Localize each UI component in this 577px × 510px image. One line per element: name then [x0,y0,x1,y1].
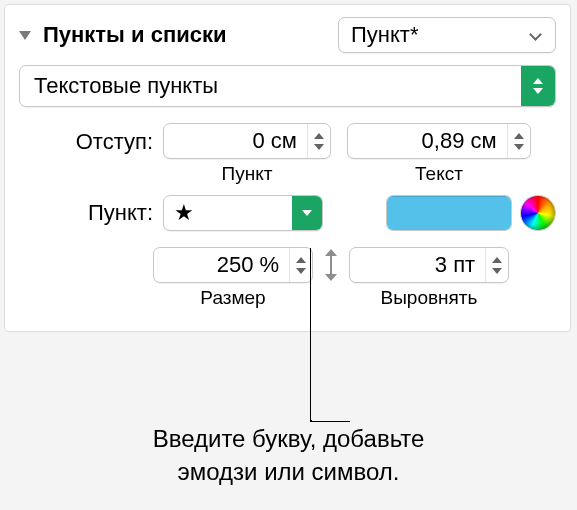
color-swatch [387,196,511,230]
bullet-character-popup[interactable]: ★ [163,195,323,231]
bullet-glyph: ★ [164,200,292,226]
text-indent-stepper[interactable] [347,123,531,159]
color-wheel-icon[interactable] [520,195,556,231]
bullet-align-caption: Выровнять [349,287,509,309]
indent-label: Отступ: [19,123,163,155]
callout-line-1: Введите букву, добавьте [0,423,577,455]
bullet-align-input[interactable] [350,249,485,281]
stepper-arrows-icon[interactable] [307,124,330,158]
bullet-type-value: Текстовые пункты [20,73,521,99]
chevron-down-icon [529,28,543,42]
text-indent-caption: Текст [347,163,531,185]
callout-leader [310,248,312,421]
stepper-arrows-icon[interactable] [289,248,312,282]
bullet-color-well[interactable] [386,195,512,231]
bullet-size-stepper[interactable] [153,247,313,283]
stepper-arrows-icon[interactable] [485,248,508,282]
size-align-row: Размер Выровнять [19,247,556,309]
bullet-indent-input[interactable] [164,125,307,157]
text-indent-input[interactable] [348,125,507,157]
popup-arrows-icon [521,66,555,106]
bullet-indent-stepper[interactable] [163,123,331,159]
vertical-align-icon [319,247,343,283]
bullet-size-caption: Размер [153,287,313,309]
list-style-value: Пункт* [351,22,418,48]
chevron-down-icon [292,196,322,230]
indent-row: Отступ: Пункт Текст [19,123,556,185]
stepper-arrows-icon[interactable] [507,124,530,158]
disclosure-triangle-icon[interactable] [19,31,31,40]
bullet-type-popup[interactable]: Текстовые пункты [19,65,556,107]
section-title: Пункты и списки [43,22,226,48]
bullet-indent-caption: Пункт [163,163,331,185]
bullet-color-controls [386,195,556,231]
section-header: Пункты и списки Пункт* [19,17,556,53]
callout-leader [310,420,350,422]
bullets-lists-panel: Пункты и списки Пункт* Текстовые пункты … [4,4,571,332]
bullet-align-stepper[interactable] [349,247,509,283]
callout-line-2: эмодзи или символ. [0,456,577,488]
callout-text: Введите букву, добавьте эмодзи или симво… [0,423,577,488]
bullet-row: Пункт: ★ [19,195,556,231]
bullet-label: Пункт: [19,200,163,226]
bullet-size-input[interactable] [154,249,289,281]
list-style-popup[interactable]: Пункт* [338,17,556,53]
